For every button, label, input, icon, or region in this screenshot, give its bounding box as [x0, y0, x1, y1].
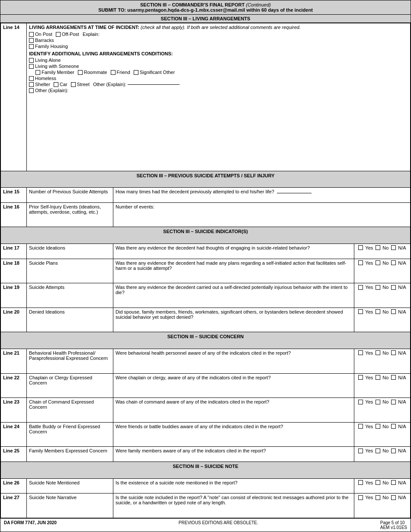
line20-yes-checkbox[interactable]	[358, 309, 363, 314]
line26-no-checkbox[interactable]	[376, 480, 380, 485]
line19-yes-checkbox[interactable]	[358, 285, 363, 290]
line21-no-checkbox[interactable]	[376, 350, 380, 355]
line19-na-checkbox[interactable]	[391, 285, 396, 290]
line18-yes: Yes	[358, 260, 373, 266]
line27-title: Suicide Note Narrative	[27, 494, 113, 518]
line27-no-label: No	[382, 495, 389, 500]
line18-na-checkbox[interactable]	[391, 260, 396, 265]
line24-no: No	[376, 424, 389, 429]
line25-yes-checkbox[interactable]	[358, 449, 363, 453]
barracks-checkbox[interactable]	[29, 38, 34, 43]
living-alone-checkbox[interactable]	[29, 58, 34, 63]
roommate-checkbox[interactable]	[78, 70, 83, 75]
living-heading-bold: LIVING ARRANGEMENTS AT TIME OF INCIDENT:	[29, 25, 139, 30]
significant-other-checkbox[interactable]	[134, 70, 138, 75]
family-housing-row: Family Housing	[29, 44, 408, 49]
family-member-checkbox[interactable]	[35, 70, 40, 75]
line24-na-label: N/A	[398, 424, 406, 429]
line23-no-checkbox[interactable]	[376, 400, 380, 404]
page: SECTION III – COMMANDER'S FINAL REPORT (…	[0, 0, 411, 532]
homeless-checkbox[interactable]	[29, 76, 34, 81]
line23-na: N/A	[391, 399, 406, 404]
line19-content: Was there any evidence the decedent carr…	[113, 283, 354, 308]
line25-no-checkbox[interactable]	[376, 449, 380, 453]
line20-content: Did spouse, family members, friends, wor…	[113, 308, 354, 332]
line21-yes: Yes	[358, 350, 373, 356]
car-checkbox[interactable]	[54, 82, 58, 87]
line18-no-label: No	[382, 260, 389, 266]
line23-yn: Yes No N/A	[354, 398, 411, 423]
line22-yes-checkbox[interactable]	[358, 375, 363, 380]
shelter-checkbox[interactable]	[29, 82, 34, 87]
friend-label: Friend	[117, 70, 130, 75]
line18-no-checkbox[interactable]	[376, 260, 380, 265]
line23-content: Was chain of command aware of any of the…	[113, 398, 354, 423]
on-off-post-row: On Post Off-Post Explain:	[29, 32, 408, 37]
footer-right: Page 5 of 10AEM v1.01ES	[380, 520, 407, 530]
line25-title: Family Members Expressed Concern	[27, 447, 113, 462]
line27-yes-checkbox[interactable]	[358, 495, 363, 500]
line26-content: Is the existence of a suicide note menti…	[113, 478, 354, 494]
line22-na-checkbox[interactable]	[391, 375, 396, 380]
line23-yes: Yes	[358, 399, 373, 404]
living-alone-row: Living Alone	[29, 58, 408, 63]
line26-na-checkbox[interactable]	[391, 480, 396, 485]
line17-no-checkbox[interactable]	[376, 245, 380, 250]
line27-na-checkbox[interactable]	[391, 495, 396, 500]
line27-yn: Yes No N/A	[354, 494, 411, 518]
line21-na-checkbox[interactable]	[391, 350, 396, 355]
barracks-row: Barracks	[29, 38, 408, 43]
line25-na: N/A	[391, 448, 406, 453]
line17-no-label: No	[382, 245, 389, 250]
line15-label: Line 15	[1, 188, 27, 203]
line17-yes: Yes	[358, 245, 373, 250]
line17-na-checkbox[interactable]	[391, 245, 396, 250]
line27-yes: Yes	[358, 495, 373, 500]
line16-content: Number of events:	[113, 202, 411, 227]
header-within: within 60 days of the incident	[245, 7, 312, 13]
line25-yes-label: Yes	[365, 448, 373, 453]
street-checkbox[interactable]	[71, 82, 76, 87]
line24-na-checkbox[interactable]	[391, 424, 396, 429]
other-explain-checkbox[interactable]	[29, 88, 34, 93]
line22-yes: Yes	[358, 375, 373, 380]
line19-no-label: No	[382, 285, 389, 290]
line20-yn: Yes No N/A	[354, 308, 411, 332]
line25-content: Were family members aware of any of the …	[113, 447, 354, 462]
street-label: Street	[77, 82, 90, 87]
header-email: usarmy.pentagon.hqda-dcs-g-1.mbx.csser@m…	[127, 7, 245, 13]
line15-text: How many times had the decedent previous…	[116, 189, 274, 194]
line20-no-label: No	[382, 309, 389, 314]
line27-no-checkbox[interactable]	[376, 495, 380, 500]
line26-yes-checkbox[interactable]	[358, 480, 363, 485]
friend-checkbox[interactable]	[111, 70, 116, 75]
line20-no-checkbox[interactable]	[376, 309, 380, 314]
line24-yes-checkbox[interactable]	[358, 424, 363, 429]
line21-na: N/A	[391, 350, 406, 356]
line21-yes-checkbox[interactable]	[358, 350, 363, 355]
off-post-checkbox[interactable]	[56, 32, 61, 37]
line19-yn-group: Yes No N/A	[356, 285, 408, 290]
line24-no-checkbox[interactable]	[376, 424, 380, 429]
line17-yes-checkbox[interactable]	[358, 245, 363, 250]
line23-row: Line 23 Chain of Command Expressed Conce…	[1, 398, 411, 423]
line20-na-checkbox[interactable]	[391, 309, 396, 314]
living-with-checkbox[interactable]	[29, 64, 34, 69]
line21-yn-group: Yes No N/A	[356, 350, 408, 356]
line21-na-label: N/A	[398, 350, 406, 356]
family-member-label: Family Member	[42, 70, 74, 75]
header-line1: SECTION III – COMMANDER'S FINAL REPORT (…	[3, 2, 408, 7]
line20-na-label: N/A	[398, 309, 406, 314]
family-housing-checkbox[interactable]	[29, 44, 34, 49]
line19-no-checkbox[interactable]	[376, 285, 380, 290]
line23-na-checkbox[interactable]	[391, 400, 396, 404]
line22-no-checkbox[interactable]	[376, 375, 380, 380]
line19-title: Suicide Attempts	[27, 283, 113, 308]
line16-text: Number of events:	[116, 204, 154, 209]
line18-yes-checkbox[interactable]	[358, 260, 363, 265]
on-post-checkbox[interactable]	[29, 32, 34, 37]
line25-na-checkbox[interactable]	[391, 449, 396, 453]
line26-title: Suicide Note Mentioned	[27, 478, 113, 494]
line14-cell: Line 14	[1, 23, 27, 171]
line23-yes-checkbox[interactable]	[358, 400, 363, 404]
